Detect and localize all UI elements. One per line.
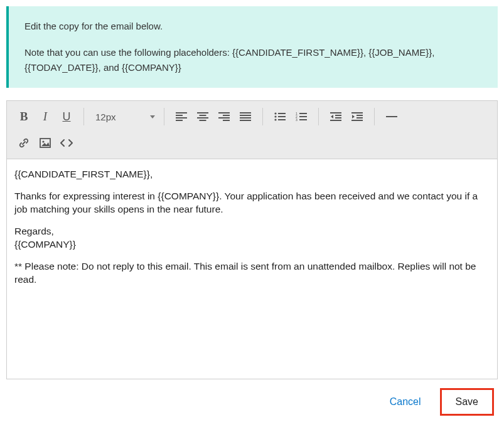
action-bar: Cancel Save (6, 379, 498, 416)
code-view-button[interactable] (56, 132, 77, 154)
info-line-2: Note that you can use the following plac… (24, 45, 482, 75)
svg-rect-21 (278, 119, 286, 120)
editor-toolbar: B I U 12px (7, 101, 497, 159)
toolbar-separator (164, 108, 164, 125)
bold-button[interactable]: B (13, 106, 35, 127)
svg-rect-5 (200, 115, 206, 116)
horizontal-rule-button[interactable] (381, 106, 402, 127)
email-paragraph: Thanks for expressing interest in {{COMP… (14, 190, 490, 216)
svg-rect-33 (351, 112, 363, 113)
numbered-list-icon: 1 2 3 (296, 112, 307, 121)
toolbar-separator (374, 108, 375, 125)
svg-rect-13 (240, 115, 251, 116)
rule-group (378, 103, 405, 130)
align-left-button[interactable] (171, 106, 192, 127)
email-paragraph: ** Please note: Do not reply to this ema… (14, 260, 490, 287)
align-left-icon (176, 112, 187, 121)
svg-rect-15 (240, 120, 251, 121)
info-banner: Edit the copy for the email below. Note … (6, 6, 498, 88)
svg-rect-28 (330, 112, 341, 113)
svg-marker-37 (352, 115, 355, 119)
align-right-button[interactable] (213, 106, 235, 127)
svg-point-40 (42, 140, 44, 142)
indent-icon (351, 112, 363, 121)
horizontal-rule-icon (386, 112, 397, 121)
align-justify-icon (240, 112, 251, 121)
bullet-list-button[interactable] (269, 106, 291, 127)
svg-text:3: 3 (296, 118, 298, 121)
svg-rect-30 (335, 117, 341, 119)
svg-point-16 (274, 112, 276, 114)
email-paragraph: {{CANDIDATE_FIRST_NAME}}, (14, 168, 490, 181)
insert-link-button[interactable] (13, 132, 35, 154)
svg-rect-7 (200, 120, 206, 121)
align-center-button[interactable] (192, 106, 213, 127)
outdent-icon (330, 112, 341, 121)
svg-rect-6 (197, 117, 208, 119)
svg-rect-1 (176, 115, 183, 116)
align-right-icon (218, 112, 230, 121)
italic-button[interactable]: I (35, 106, 56, 127)
svg-marker-32 (331, 115, 333, 119)
save-button[interactable]: Save (440, 388, 494, 416)
svg-rect-14 (240, 117, 251, 119)
editor-container: B I U 12px (6, 100, 498, 379)
svg-rect-2 (176, 117, 187, 119)
svg-rect-3 (176, 120, 183, 121)
info-line-1: Edit the copy for the email below. (24, 19, 482, 34)
insert-image-button[interactable] (35, 132, 56, 154)
align-center-icon (197, 112, 208, 121)
svg-rect-11 (223, 120, 230, 121)
indent-button[interactable] (346, 106, 368, 127)
email-paragraph: Regards, {{COMPANY}} (14, 225, 490, 251)
svg-marker-41 (41, 142, 50, 146)
svg-rect-38 (386, 116, 397, 117)
svg-rect-36 (351, 120, 363, 121)
svg-rect-12 (240, 112, 251, 113)
svg-rect-10 (218, 117, 230, 119)
svg-rect-9 (223, 115, 230, 116)
svg-rect-0 (176, 112, 187, 113)
chevron-down-icon (150, 115, 155, 119)
indent-group (323, 103, 370, 130)
underline-button[interactable]: U (56, 106, 77, 127)
svg-rect-8 (218, 112, 230, 113)
svg-point-18 (274, 115, 276, 117)
numbered-list-button[interactable]: 1 2 3 (291, 106, 312, 127)
text-style-group: B I U (11, 103, 80, 130)
svg-point-20 (274, 119, 276, 120)
font-size-select[interactable]: 12px (88, 106, 160, 127)
align-group (168, 103, 259, 130)
list-group: 1 2 3 (267, 103, 314, 130)
svg-rect-34 (357, 115, 363, 116)
toolbar-separator (83, 108, 84, 125)
outdent-button[interactable] (325, 106, 346, 127)
svg-rect-35 (357, 117, 363, 119)
image-icon (40, 138, 51, 148)
bullet-list-icon (274, 112, 286, 121)
svg-rect-25 (299, 116, 307, 117)
code-icon (60, 139, 73, 147)
svg-rect-23 (299, 113, 307, 114)
font-size-value: 12px (95, 112, 116, 122)
toolbar-separator (262, 108, 263, 125)
svg-rect-4 (197, 112, 208, 113)
svg-rect-19 (278, 116, 286, 117)
insert-group (11, 130, 80, 156)
toolbar-separator (318, 108, 319, 125)
align-justify-button[interactable] (235, 106, 256, 127)
link-icon (18, 137, 29, 149)
svg-rect-27 (299, 119, 307, 120)
svg-rect-29 (335, 115, 341, 116)
cancel-button[interactable]: Cancel (382, 390, 429, 414)
editor-body[interactable]: {{CANDIDATE_FIRST_NAME}}, Thanks for exp… (7, 159, 497, 379)
svg-rect-31 (330, 120, 341, 121)
svg-rect-17 (278, 113, 286, 114)
